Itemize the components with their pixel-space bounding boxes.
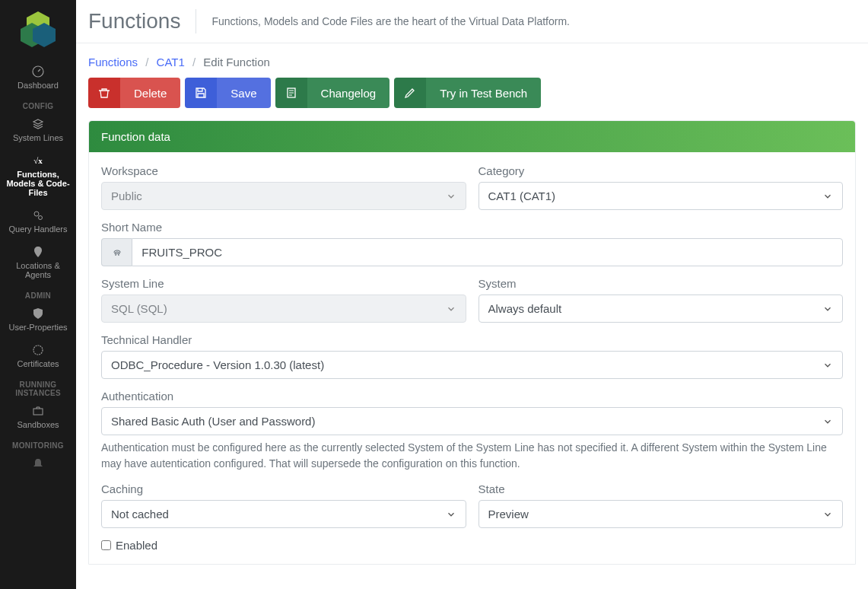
nav-monitoring-item[interactable]	[0, 451, 76, 479]
page-header: Functions Functions, Models and Code Fil…	[76, 0, 868, 43]
svg-text:√x: √x	[33, 156, 43, 165]
shortname-input[interactable]	[132, 238, 843, 266]
systemline-select[interactable]: SQL (SQL)	[101, 294, 466, 323]
shortname-label: Short Name	[101, 221, 843, 234]
nav-functions[interactable]: √x Functions, Models & Code-Files	[0, 148, 76, 203]
nav-label: Functions, Models & Code-Files	[6, 170, 69, 197]
nav-section-monitoring: MONITORING	[12, 441, 64, 450]
auth-help-text: Authentication must be configured here a…	[101, 440, 843, 472]
workspace-select[interactable]: Public	[101, 182, 466, 210]
page-subtitle: Functions, Models and Code Files are the…	[196, 15, 570, 27]
nav-label: Query Handlers	[8, 224, 67, 234]
nav-label: Certificates	[17, 359, 59, 368]
state-label: State	[479, 482, 844, 495]
panel-title: Function data	[89, 121, 855, 152]
nav-dashboard[interactable]: Dashboard	[0, 59, 76, 96]
save-button[interactable]: Save	[185, 78, 270, 108]
nav-query-handlers[interactable]: Query Handlers	[0, 203, 76, 240]
gauge-icon	[32, 65, 44, 78]
enabled-checkbox[interactable]	[101, 540, 111, 550]
nav-section-admin: ADMIN	[25, 291, 51, 300]
shield-icon	[32, 307, 44, 320]
svg-rect-8	[33, 409, 43, 415]
workspace-label: Workspace	[101, 164, 466, 177]
function-data-panel: Function data Workspace Public Category …	[88, 120, 856, 565]
breadcrumb-sep: /	[145, 56, 148, 68]
breadcrumb: Functions / CAT1 / Edit Function	[76, 43, 868, 78]
breadcrumb-sep: /	[192, 56, 196, 68]
svg-point-6	[39, 216, 43, 220]
nav-locations[interactable]: Locations & Agents	[0, 240, 76, 285]
layers-icon	[32, 118, 44, 130]
nav-label: Sandboxes	[17, 420, 59, 429]
nav-sandboxes[interactable]: Sandboxes	[0, 399, 76, 435]
save-icon	[185, 78, 217, 108]
fingerprint-icon	[101, 238, 132, 266]
breadcrumb-cat1[interactable]: CAT1	[157, 56, 185, 68]
breadcrumb-functions[interactable]: Functions	[88, 56, 138, 68]
page-title: Functions	[88, 9, 196, 33]
handler-select[interactable]: ODBC_Procedure - Version 1.0.30 (latest)	[101, 351, 843, 379]
logo	[15, 8, 61, 53]
delete-button[interactable]: Delete	[88, 78, 180, 108]
button-label: Changelog	[307, 78, 390, 108]
certificate-icon	[32, 344, 44, 356]
nav-label: Dashboard	[17, 81, 59, 90]
nav-label: User-Properties	[8, 323, 67, 332]
toolbar: Delete Save Changelog Try in Test Bench	[76, 78, 868, 120]
systemline-label: System Line	[101, 277, 466, 290]
system-select[interactable]: Always default	[479, 294, 844, 323]
cogs-icon	[32, 209, 44, 221]
auth-label: Authentication	[101, 390, 843, 403]
trash-icon	[88, 78, 120, 108]
breadcrumb-current: Edit Function	[203, 56, 270, 68]
caching-select[interactable]: Not cached	[101, 500, 466, 528]
nav-label: Locations & Agents	[16, 261, 59, 279]
bell-icon	[32, 457, 44, 470]
nav-section-config: CONFIG	[23, 102, 54, 110]
category-select[interactable]: CAT1 (CAT1)	[479, 182, 844, 210]
pin-icon	[32, 246, 44, 258]
nav-user-properties[interactable]: User-Properties	[0, 301, 76, 338]
nav-label: System Lines	[13, 133, 63, 142]
enabled-label: Enabled	[116, 539, 157, 552]
changelog-button[interactable]: Changelog	[275, 78, 390, 108]
button-label: Save	[217, 78, 270, 108]
auth-select[interactable]: Shared Basic Auth (User and Password)	[101, 407, 843, 435]
svg-point-7	[33, 345, 43, 355]
nav-certificates[interactable]: Certificates	[0, 338, 76, 374]
button-label: Try in Test Bench	[426, 78, 541, 108]
caching-label: Caching	[101, 482, 466, 495]
sidebar: Dashboard CONFIG System Lines √x Functio…	[0, 0, 76, 589]
svg-point-5	[34, 212, 39, 216]
nav-system-lines[interactable]: System Lines	[0, 112, 76, 148]
nav-section-running: RUNNING INSTANCES	[0, 380, 76, 397]
state-select[interactable]: Preview	[479, 500, 844, 528]
system-label: System	[479, 277, 844, 290]
handler-label: Technical Handler	[101, 333, 843, 346]
pencil-icon	[394, 78, 426, 108]
category-label: Category	[479, 164, 844, 177]
main-content: Functions Functions, Models and Code Fil…	[76, 0, 868, 589]
testbench-button[interactable]: Try in Test Bench	[394, 78, 541, 108]
button-label: Delete	[120, 78, 180, 108]
briefcase-icon	[32, 405, 44, 417]
function-icon: √x	[32, 154, 44, 167]
book-icon	[275, 78, 307, 108]
